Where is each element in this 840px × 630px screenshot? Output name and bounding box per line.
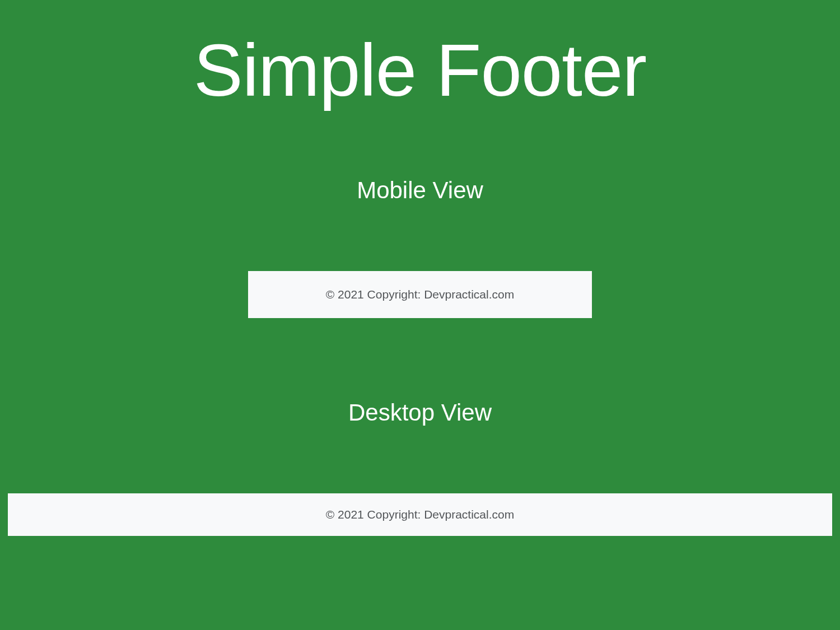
mobile-site-link[interactable]: Devpractical.com bbox=[424, 288, 514, 301]
mobile-footer: © 2021 Copyright: Devpractical.com bbox=[248, 271, 592, 318]
page-title: Simple Footer bbox=[0, 0, 840, 113]
desktop-site-link[interactable]: Devpractical.com bbox=[424, 508, 514, 521]
desktop-footer: © 2021 Copyright: Devpractical.com bbox=[8, 493, 832, 536]
desktop-view-label: Desktop View bbox=[0, 399, 840, 426]
desktop-copyright-text: © 2021 Copyright: bbox=[326, 508, 424, 521]
mobile-copyright-text: © 2021 Copyright: bbox=[326, 288, 424, 301]
mobile-view-label: Mobile View bbox=[0, 177, 840, 204]
